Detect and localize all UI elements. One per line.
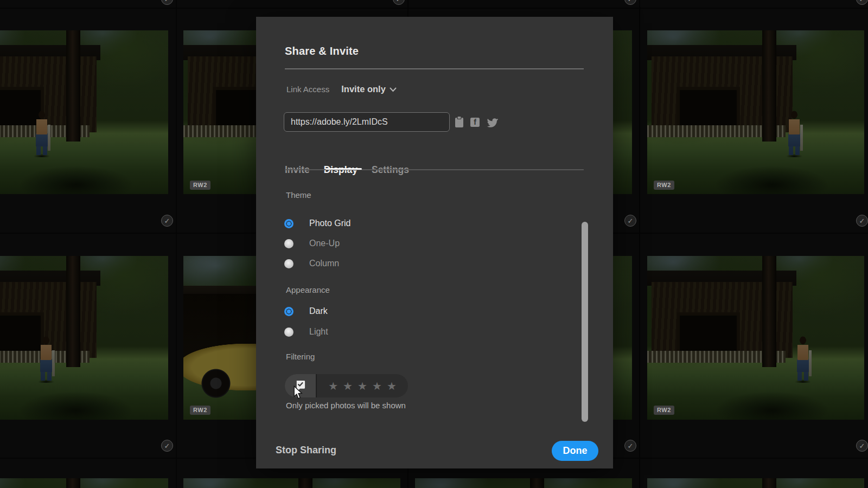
radio-label: Dark xyxy=(309,306,328,316)
dialog-scrollbar[interactable] xyxy=(582,222,588,422)
share-icons-row: f xyxy=(455,116,498,128)
filtering-note: Only picked photos will be shown xyxy=(286,401,406,410)
tab-settings[interactable]: Settings xyxy=(372,164,409,176)
radio-selected-icon[interactable] xyxy=(284,219,293,228)
theme-section-label: Theme xyxy=(286,190,311,200)
radio-label: Photo Grid xyxy=(309,219,350,228)
title-divider xyxy=(285,68,584,69)
appearance-option-light[interactable]: Light xyxy=(284,325,328,338)
radio-unselected-icon[interactable] xyxy=(284,259,293,268)
tab-invite[interactable]: Invite xyxy=(285,164,310,176)
dialog-tabs: Invite Display Settings xyxy=(285,164,409,176)
link-access-label: Link Access xyxy=(286,85,329,94)
star-icon[interactable]: ★ xyxy=(358,381,367,391)
copy-to-clipboard-icon[interactable] xyxy=(455,116,464,128)
share-invite-dialog: Share & Invite Link Access Invite only f… xyxy=(256,17,613,468)
radio-label: Light xyxy=(309,327,328,337)
lightroom-share-screen: ✓ ✓ ✓ ✓ ✓ ✓ ✓ ✓ ✓ ✓ RW2 RW2 RW2 RW2 Shar… xyxy=(0,0,868,488)
link-access-dropdown[interactable]: Invite only xyxy=(341,84,386,94)
star-icon[interactable]: ★ xyxy=(328,381,338,391)
filter-control: ★ ★ ★ ★ ★ xyxy=(285,374,408,397)
theme-option-photo-grid[interactable]: Photo Grid xyxy=(284,217,350,230)
twitter-icon[interactable] xyxy=(486,117,498,127)
mouse-cursor xyxy=(293,386,303,400)
star-rating-filter[interactable]: ★ ★ ★ ★ ★ xyxy=(317,374,408,397)
radio-label: One-Up xyxy=(309,239,340,248)
done-button[interactable]: Done xyxy=(552,441,598,461)
star-icon[interactable]: ★ xyxy=(343,381,353,391)
theme-option-column[interactable]: Column xyxy=(284,257,339,270)
radio-unselected-icon[interactable] xyxy=(284,328,293,337)
radio-unselected-icon[interactable] xyxy=(284,239,293,248)
radio-selected-icon[interactable] xyxy=(284,307,293,316)
filtering-section-label: Filtering xyxy=(286,352,315,361)
stop-sharing-button[interactable]: Stop Sharing xyxy=(276,445,336,456)
star-icon[interactable]: ★ xyxy=(387,381,397,391)
link-access-row: Link Access Invite only xyxy=(286,84,397,94)
dialog-title: Share & Invite xyxy=(285,45,359,57)
facebook-icon[interactable]: f xyxy=(470,118,480,127)
appearance-option-dark[interactable]: Dark xyxy=(284,305,328,318)
star-icon[interactable]: ★ xyxy=(372,381,382,391)
share-url-input[interactable] xyxy=(284,112,450,132)
theme-option-one-up[interactable]: One-Up xyxy=(284,237,340,250)
tab-display[interactable]: Display xyxy=(324,164,358,176)
radio-label: Column xyxy=(309,259,339,268)
chevron-down-icon[interactable] xyxy=(390,87,397,92)
appearance-section-label: Appearance xyxy=(286,285,330,294)
active-tab-underline xyxy=(326,168,362,170)
